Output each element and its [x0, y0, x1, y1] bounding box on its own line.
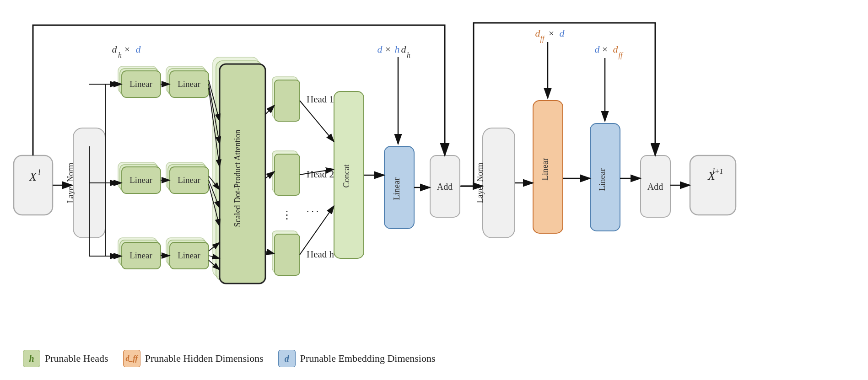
svg-rect-61 — [483, 128, 515, 238]
svg-text:⋮: ⋮ — [281, 209, 292, 221]
svg-text:Add: Add — [437, 182, 453, 192]
svg-text:Layer Norm: Layer Norm — [66, 163, 75, 203]
svg-text:·  ·  ·: · · · — [307, 206, 318, 217]
legend-orange-box: d_ff — [123, 350, 140, 367]
svg-text:Head 1: Head 1 — [307, 94, 334, 105]
legend-blue-label: d — [285, 353, 289, 364]
legend-item-blue: d Prunable Embedding Dimensions — [278, 350, 436, 367]
legend-green-label: h — [29, 353, 34, 364]
legend-orange-text: Prunable Hidden Dimensions — [145, 353, 264, 364]
svg-text:h: h — [118, 51, 122, 59]
legend: h Prunable Heads d_ff Prunable Hidden Di… — [23, 350, 436, 367]
svg-text:d: d — [401, 43, 407, 55]
svg-text:d: d — [560, 27, 565, 39]
svg-text:Concat: Concat — [342, 165, 351, 188]
legend-green-text: Prunable Heads — [45, 353, 108, 364]
svg-rect-2 — [14, 155, 53, 215]
legend-item-green: h Prunable Heads — [23, 350, 108, 367]
svg-text:h: h — [395, 43, 400, 55]
svg-text:Linear: Linear — [540, 158, 550, 181]
svg-text:l: l — [38, 167, 40, 177]
svg-text:d: d — [112, 43, 118, 55]
diagram-container: X l Layer Norm d h × d Linear Linear Lin… — [0, 0, 868, 380]
legend-orange-label: d_ff — [126, 354, 138, 363]
svg-text:Head h: Head h — [307, 249, 334, 260]
legend-blue-box: d — [278, 350, 296, 367]
svg-text:Scaled Dot-Product Attention: Scaled Dot-Product Attention — [233, 130, 242, 227]
svg-text:Linear: Linear — [178, 175, 200, 185]
svg-text:Linear: Linear — [597, 168, 607, 191]
svg-rect-44 — [275, 234, 300, 275]
svg-text:d: d — [377, 43, 383, 55]
legend-green-box: h — [23, 350, 40, 367]
svg-text:l+1: l+1 — [712, 167, 723, 175]
svg-text:d: d — [613, 43, 619, 55]
svg-text:Linear: Linear — [129, 175, 152, 185]
svg-text:X: X — [29, 170, 37, 183]
svg-text:h: h — [407, 51, 410, 59]
svg-text:Linear: Linear — [129, 79, 152, 89]
svg-text:Layer Norm: Layer Norm — [475, 163, 485, 203]
svg-text:Head 2: Head 2 — [307, 169, 334, 180]
svg-text:d: d — [136, 43, 141, 55]
svg-text:ff: ff — [540, 35, 545, 43]
legend-blue-text: Prunable Embedding Dimensions — [300, 353, 436, 364]
svg-rect-79 — [690, 155, 736, 215]
svg-line-108 — [300, 101, 334, 142]
svg-text:×: × — [124, 43, 130, 55]
svg-text:ff: ff — [619, 51, 624, 59]
svg-text:Linear: Linear — [129, 251, 152, 260]
svg-text:Add: Add — [647, 182, 663, 192]
svg-text:Linear: Linear — [392, 177, 401, 200]
svg-rect-37 — [220, 64, 265, 284]
svg-text:×: × — [385, 43, 391, 55]
svg-text:d: d — [595, 43, 600, 55]
svg-text:Linear: Linear — [178, 79, 200, 89]
svg-text:Linear: Linear — [178, 251, 200, 260]
svg-rect-40 — [275, 80, 300, 121]
svg-text:×: × — [549, 27, 554, 39]
svg-text:×: × — [602, 43, 608, 55]
svg-rect-42 — [275, 154, 300, 195]
legend-item-orange: d_ff Prunable Hidden Dimensions — [123, 350, 264, 367]
